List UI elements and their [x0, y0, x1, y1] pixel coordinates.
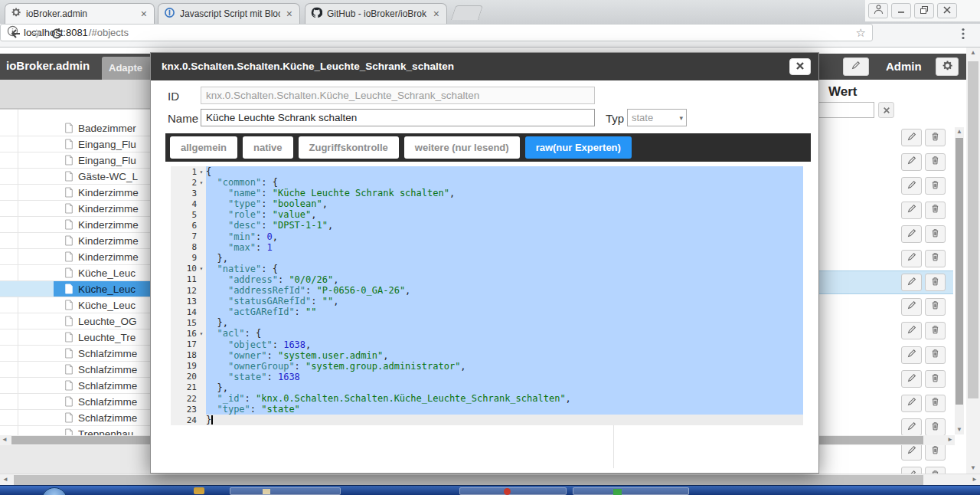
- back-button[interactable]: [6, 26, 24, 44]
- clear-filter-button[interactable]: [878, 102, 894, 118]
- tree-item[interactable]: Eingang_Flu: [0, 136, 150, 152]
- browser-tab[interactable]: ioBroker.admin×: [5, 3, 155, 24]
- browser-menu-button[interactable]: [954, 26, 972, 44]
- tree-item[interactable]: Schlafzimme: [0, 394, 150, 410]
- wert-filter-input[interactable]: [810, 102, 874, 118]
- taskbar-button[interactable]: [230, 487, 341, 495]
- browser-tab[interactable]: Javascript Script mit Bloc×: [158, 3, 300, 24]
- code-line[interactable]: "statusGARefId": "",: [206, 296, 803, 307]
- close-window-button[interactable]: [937, 3, 957, 18]
- profile-button[interactable]: [868, 3, 888, 18]
- tree-item[interactable]: Küche_Leuc: [0, 281, 150, 297]
- delete-object-button[interactable]: [925, 225, 946, 243]
- edit-object-button[interactable]: [901, 129, 922, 146]
- tab-close-icon[interactable]: ×: [432, 8, 441, 19]
- code-line[interactable]: },: [206, 317, 803, 328]
- code-line[interactable]: "native": {: [206, 264, 803, 274]
- scrollbar-thumb[interactable]: [11, 436, 150, 444]
- delete-object-button[interactable]: [925, 298, 946, 316]
- table-horizontal-scrollbar[interactable]: ►: [819, 435, 955, 445]
- address-bar[interactable]: localhost:8081/#objects ☆: [0, 24, 873, 41]
- code-line[interactable]: "actGARefId": "": [206, 307, 803, 317]
- edit-object-button[interactable]: [901, 346, 922, 364]
- dialog-tab-zugriffskontrolle[interactable]: Zugriffskontrolle: [299, 136, 399, 159]
- bookmark-star-icon[interactable]: ☆: [856, 27, 866, 38]
- tree-item[interactable]: Schlafzimme: [0, 378, 150, 394]
- tree-item[interactable]: Kinderzimme: [0, 185, 150, 201]
- delete-object-button[interactable]: [925, 202, 946, 219]
- tree-item[interactable]: Kinderzimme: [0, 217, 150, 233]
- delete-object-button[interactable]: [925, 322, 946, 339]
- scrollbar-thumb[interactable]: [819, 436, 923, 444]
- code-line[interactable]: "ownerGroup": "system.group.administrato…: [206, 361, 803, 372]
- delete-object-button[interactable]: [925, 418, 946, 436]
- tree-item[interactable]: Schlafzimme: [0, 362, 150, 378]
- code-line[interactable]: "acl": {: [206, 328, 803, 339]
- scrollbar-thumb[interactable]: [14, 475, 923, 485]
- tree-item[interactable]: Kinderzimme: [0, 249, 150, 265]
- delete-object-button[interactable]: [925, 250, 946, 267]
- tree-item[interactable]: Leuchte_Tre: [0, 329, 150, 346]
- taskbar-button[interactable]: [459, 487, 567, 495]
- forward-button[interactable]: [28, 26, 46, 44]
- dialog-tab-weitere-nur-lesend-[interactable]: weitere (nur lesend): [404, 136, 520, 159]
- code-line[interactable]: "addressRefId": "P-0656-0_GA-26",: [206, 285, 803, 296]
- code-line[interactable]: "type": "state": [206, 404, 803, 415]
- code-line[interactable]: "object": 1638,: [206, 339, 803, 350]
- dialog-tab-native[interactable]: native: [243, 136, 293, 159]
- edit-object-button[interactable]: [901, 298, 922, 316]
- code-line[interactable]: "_id": "knx.0.Schalten.Schalten.Küche_Le…: [206, 393, 803, 404]
- dialog-close-button[interactable]: [789, 58, 811, 75]
- tab-close-icon[interactable]: ×: [285, 8, 294, 19]
- code-line[interactable]: "desc": "DPST-1-1",: [206, 220, 803, 231]
- code-line[interactable]: }: [206, 415, 803, 425]
- tree-item[interactable]: Badezimmer: [0, 120, 150, 136]
- code-line[interactable]: "address": "0/0/26",: [206, 274, 803, 285]
- code-line[interactable]: {: [206, 166, 803, 177]
- scrollbar-thumb[interactable]: [956, 138, 963, 405]
- tree-item[interactable]: Kinderzimme: [0, 233, 150, 249]
- delete-object-button[interactable]: [925, 346, 946, 364]
- edit-object-button[interactable]: [901, 370, 922, 388]
- edit-object-button[interactable]: [901, 274, 922, 291]
- code-line[interactable]: },: [206, 382, 803, 393]
- minimize-button[interactable]: [891, 3, 911, 18]
- delete-object-button[interactable]: [925, 370, 946, 388]
- restore-button[interactable]: [914, 3, 934, 18]
- browser-tab[interactable]: GitHub - ioBroker/ioBrok×: [305, 3, 447, 24]
- browser-vertical-scrollbar[interactable]: ▲ ▼: [966, 48, 980, 474]
- edit-object-button[interactable]: [901, 250, 922, 267]
- taskbar-button[interactable]: [573, 487, 689, 495]
- tree-item[interactable]: Schlafzimme: [0, 410, 150, 426]
- settings-button[interactable]: [936, 57, 959, 76]
- dialog-tab-allgemein[interactable]: allgemein: [170, 136, 237, 159]
- tree-item[interactable]: Kinderzimme: [0, 201, 150, 217]
- edit-object-button[interactable]: [901, 177, 922, 195]
- scrollbar-thumb[interactable]: [968, 61, 978, 398]
- edit-object-button[interactable]: [901, 202, 922, 219]
- quicklaunch-icon[interactable]: [194, 487, 204, 494]
- reload-button[interactable]: [47, 26, 66, 44]
- code-line[interactable]: "state": 1638: [206, 372, 803, 382]
- typ-select[interactable]: state▾: [627, 109, 687, 126]
- tree-horizontal-scrollbar[interactable]: ◄: [0, 435, 150, 445]
- edit-mode-button[interactable]: [843, 57, 869, 76]
- edit-object-button[interactable]: [901, 322, 922, 339]
- edit-object-button[interactable]: [901, 418, 922, 436]
- tree-item[interactable]: Schlafzimme: [0, 346, 150, 362]
- code-line[interactable]: "max": 1: [206, 242, 803, 253]
- name-input[interactable]: [201, 109, 595, 126]
- browser-horizontal-scrollbar[interactable]: ◄ ►: [0, 474, 980, 485]
- tree-item[interactable]: Gäste-WC_L: [0, 169, 150, 185]
- id-input[interactable]: [201, 87, 595, 104]
- tree-item[interactable]: Küche_Leuc: [0, 265, 150, 281]
- delete-object-button[interactable]: [925, 274, 946, 291]
- edit-object-button[interactable]: [901, 153, 922, 171]
- delete-object-button[interactable]: [925, 395, 946, 412]
- code-line[interactable]: "common": {: [206, 177, 803, 188]
- tree-item[interactable]: Küche_Leuc: [0, 297, 150, 313]
- table-vertical-scrollbar[interactable]: ▲ ▼: [955, 127, 964, 434]
- code-line[interactable]: "name": "Küche Leuchte Schrank schalten"…: [206, 188, 803, 198]
- delete-object-button[interactable]: [925, 129, 946, 146]
- delete-object-button[interactable]: [925, 153, 946, 171]
